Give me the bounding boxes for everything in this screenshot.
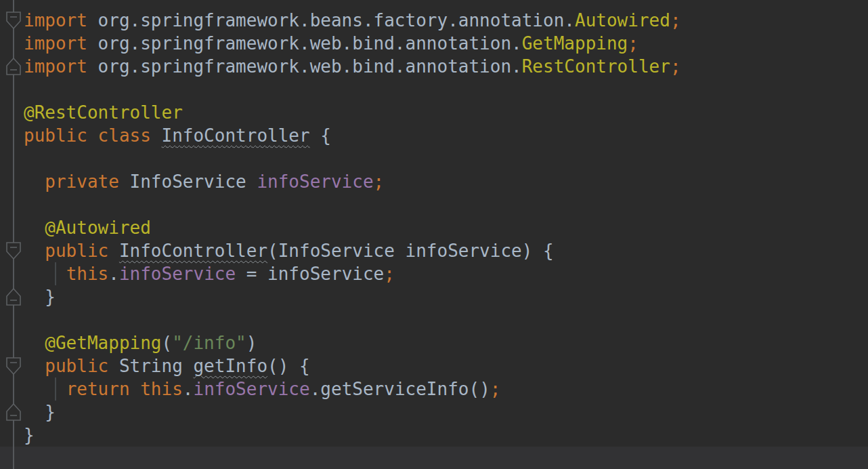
editor-bottom-strip bbox=[0, 447, 868, 469]
token-keyword: public bbox=[45, 356, 108, 376]
code-area[interactable]: import org.springframework.beans.factory… bbox=[0, 9, 681, 447]
code-line[interactable]: private InfoService infoService; bbox=[24, 170, 681, 193]
code-line[interactable] bbox=[24, 78, 681, 101]
fold-collapse-end-icon[interactable] bbox=[6, 58, 21, 75]
token-default: (InfoService infoService) { bbox=[267, 241, 554, 261]
code-line[interactable] bbox=[24, 308, 681, 331]
token-default: .getServiceInfo() bbox=[310, 379, 490, 399]
code-line[interactable]: } bbox=[24, 401, 681, 424]
token-default: org.springframework.web.bind.annotation. bbox=[87, 56, 522, 77]
code-line[interactable]: import org.springframework.web.bind.anno… bbox=[24, 55, 681, 78]
token-semicolon: ; bbox=[490, 379, 501, 399]
token-default: getInfo bbox=[193, 356, 267, 376]
token-semicolon: ; bbox=[670, 56, 681, 77]
code-line[interactable]: public String getInfo() { bbox=[24, 354, 681, 378]
token-keyword: import bbox=[24, 56, 87, 77]
token-field: infoService bbox=[193, 379, 309, 399]
token-default: { bbox=[310, 125, 331, 146]
token-annotation: Autowired bbox=[575, 10, 670, 30]
token-field: infoService bbox=[257, 171, 373, 192]
token-annotation: @GetMapping bbox=[45, 333, 161, 353]
code-line[interactable] bbox=[24, 193, 681, 216]
token-default bbox=[24, 171, 45, 192]
token-keyword: import bbox=[24, 10, 87, 30]
code-line[interactable]: @RestController bbox=[24, 101, 681, 124]
token-semicolon: ; bbox=[374, 171, 385, 192]
code-line[interactable]: @Autowired bbox=[24, 216, 681, 239]
token-keyword: private bbox=[45, 171, 119, 192]
token-semicolon: ; bbox=[384, 264, 395, 284]
token-field: infoService bbox=[119, 264, 236, 284]
code-line[interactable]: import org.springframework.web.bind.anno… bbox=[24, 32, 681, 55]
token-default: . bbox=[183, 379, 194, 399]
fold-collapse-start-icon[interactable] bbox=[6, 357, 21, 375]
token-keyword: public bbox=[45, 241, 119, 261]
token-default bbox=[24, 218, 45, 238]
token-keyword: this bbox=[140, 379, 183, 399]
token-default bbox=[24, 241, 45, 261]
token-default bbox=[24, 379, 66, 399]
token-keyword: return bbox=[66, 379, 141, 399]
token-default: org.springframework.web.bind.annotation. bbox=[87, 33, 522, 54]
token-default: String bbox=[108, 356, 193, 376]
code-line[interactable]: } bbox=[24, 285, 681, 308]
token-keyword: public class bbox=[24, 125, 162, 146]
token-default: org.springframework.beans.factory.annota… bbox=[87, 10, 575, 30]
token-keyword: import bbox=[24, 33, 87, 54]
token-default bbox=[24, 333, 45, 353]
fold-collapse-start-icon[interactable] bbox=[6, 242, 21, 260]
token-annotation: RestController bbox=[522, 56, 670, 77]
code-line[interactable]: import org.springframework.beans.factory… bbox=[24, 9, 681, 32]
token-default: InfoController bbox=[162, 125, 310, 146]
token-default: } bbox=[24, 287, 56, 307]
code-line[interactable]: this.infoService = infoService; bbox=[24, 262, 681, 285]
code-line[interactable]: } bbox=[24, 424, 681, 447]
code-line[interactable] bbox=[24, 147, 681, 170]
token-keyword: this bbox=[66, 264, 109, 284]
token-annotation: @RestController bbox=[24, 102, 183, 123]
fold-collapse-start-icon[interactable] bbox=[6, 12, 21, 29]
fold-collapse-end-icon[interactable] bbox=[6, 288, 21, 306]
token-default: InfoService bbox=[119, 171, 257, 192]
token-default: ) bbox=[246, 333, 257, 353]
token-default bbox=[24, 264, 66, 284]
token-default: ( bbox=[162, 333, 173, 353]
code-line[interactable]: public InfoController(InfoService infoSe… bbox=[24, 239, 681, 262]
token-semicolon: ; bbox=[670, 10, 681, 30]
code-line[interactable]: @GetMapping("/info") bbox=[24, 331, 681, 354]
token-default: () { bbox=[267, 356, 310, 376]
token-default: = infoService bbox=[236, 264, 384, 284]
token-default: } bbox=[24, 402, 56, 422]
token-semicolon: ; bbox=[628, 33, 638, 54]
fold-collapse-end-icon[interactable] bbox=[6, 403, 21, 421]
token-string: "/info" bbox=[172, 333, 246, 353]
token-annotation: GetMapping bbox=[522, 33, 628, 54]
token-default bbox=[24, 356, 45, 376]
token-annotation: @Autowired bbox=[45, 218, 151, 238]
token-default: . bbox=[108, 264, 119, 284]
code-line[interactable]: public class InfoController { bbox=[24, 124, 681, 147]
token-default: } bbox=[24, 425, 35, 445]
code-editor[interactable]: import org.springframework.beans.factory… bbox=[0, 0, 868, 469]
token-default: InfoController bbox=[119, 241, 267, 261]
code-line[interactable]: return this.infoService.getServiceInfo()… bbox=[24, 378, 681, 401]
